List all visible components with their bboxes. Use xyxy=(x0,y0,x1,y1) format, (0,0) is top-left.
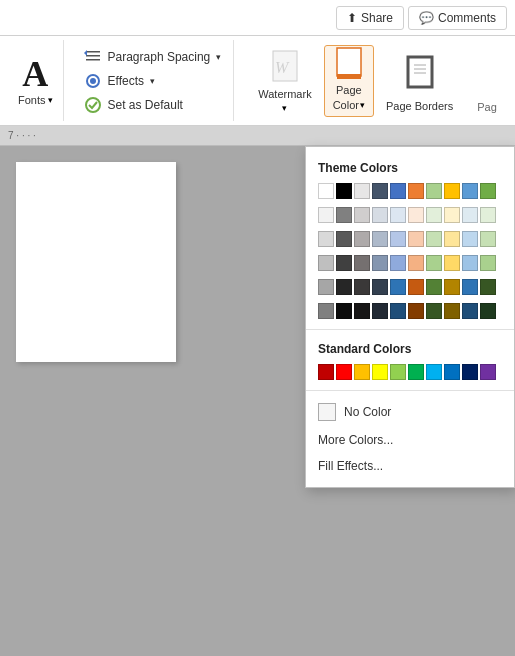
comments-button[interactable]: 💬 Comments xyxy=(408,6,507,30)
effects-chevron: ▾ xyxy=(150,76,155,86)
theme-color-cell[interactable] xyxy=(372,279,388,295)
standard-color-cell[interactable] xyxy=(390,364,406,380)
theme-color-cell[interactable] xyxy=(372,231,388,247)
theme-color-cell[interactable] xyxy=(390,231,406,247)
share-button[interactable]: ⬆ Share xyxy=(336,6,404,30)
theme-color-cell[interactable] xyxy=(372,303,388,319)
standard-color-cell[interactable] xyxy=(462,364,478,380)
standard-color-cell[interactable] xyxy=(408,364,424,380)
set-as-default-item[interactable]: Set as Default xyxy=(80,95,226,115)
theme-color-cell[interactable] xyxy=(336,303,352,319)
theme-color-cell[interactable] xyxy=(318,303,334,319)
theme-color-cell[interactable] xyxy=(390,207,406,223)
svg-point-5 xyxy=(90,78,96,84)
theme-color-cell[interactable] xyxy=(426,279,442,295)
theme-color-cell[interactable] xyxy=(372,183,388,199)
page-borders-icon xyxy=(404,49,436,98)
no-color-swatch xyxy=(318,403,336,421)
theme-color-row xyxy=(306,227,514,251)
theme-color-cell[interactable] xyxy=(372,207,388,223)
theme-color-cell[interactable] xyxy=(462,255,478,271)
theme-color-cell[interactable] xyxy=(336,255,352,271)
color-picker-dropdown: Theme Colors Standard Colors No Color Mo… xyxy=(305,146,515,488)
theme-color-cell[interactable] xyxy=(426,183,442,199)
theme-color-cell[interactable] xyxy=(444,183,460,199)
theme-color-cell[interactable] xyxy=(354,183,370,199)
theme-color-cell[interactable] xyxy=(408,207,424,223)
theme-color-cell[interactable] xyxy=(480,279,496,295)
theme-color-cell[interactable] xyxy=(354,207,370,223)
theme-color-cell[interactable] xyxy=(444,255,460,271)
more-colors-link[interactable]: More Colors... xyxy=(306,427,514,453)
svg-marker-3 xyxy=(84,50,87,56)
theme-color-cell[interactable] xyxy=(336,183,352,199)
svg-rect-1 xyxy=(86,55,100,57)
theme-color-cell[interactable] xyxy=(426,255,442,271)
theme-color-cell[interactable] xyxy=(408,255,424,271)
theme-color-cell[interactable] xyxy=(336,279,352,295)
theme-color-cell[interactable] xyxy=(318,207,334,223)
theme-color-cell[interactable] xyxy=(462,279,478,295)
theme-color-cell[interactable] xyxy=(318,231,334,247)
theme-color-cell[interactable] xyxy=(444,231,460,247)
theme-color-cell[interactable] xyxy=(354,303,370,319)
theme-color-cell[interactable] xyxy=(354,231,370,247)
theme-color-cell[interactable] xyxy=(462,207,478,223)
theme-color-cell[interactable] xyxy=(318,255,334,271)
theme-color-cell[interactable] xyxy=(408,183,424,199)
ruler-text: 7 · · · · xyxy=(8,130,36,141)
theme-color-cell[interactable] xyxy=(354,255,370,271)
standard-color-cell[interactable] xyxy=(444,364,460,380)
theme-color-cell[interactable] xyxy=(426,231,442,247)
theme-color-cell[interactable] xyxy=(354,279,370,295)
page-color-button[interactable]: Page Color ▾ xyxy=(324,45,374,117)
theme-color-cell[interactable] xyxy=(480,231,496,247)
theme-color-rows xyxy=(306,203,514,323)
theme-color-cell[interactable] xyxy=(336,207,352,223)
theme-color-cell[interactable] xyxy=(444,303,460,319)
fonts-group: A Fonts ▾ xyxy=(8,40,64,121)
theme-color-cell[interactable] xyxy=(318,279,334,295)
theme-color-cell[interactable] xyxy=(372,255,388,271)
theme-color-cell[interactable] xyxy=(462,183,478,199)
theme-color-row xyxy=(306,251,514,275)
theme-color-cell[interactable] xyxy=(444,279,460,295)
theme-color-cell[interactable] xyxy=(390,183,406,199)
paragraph-spacing-label: Paragraph Spacing xyxy=(108,50,211,64)
theme-color-cell[interactable] xyxy=(444,207,460,223)
theme-color-cell[interactable] xyxy=(480,303,496,319)
theme-color-cell[interactable] xyxy=(390,255,406,271)
fill-effects-link[interactable]: Fill Effects... xyxy=(306,453,514,479)
paragraph-spacing-item[interactable]: Paragraph Spacing ▾ xyxy=(80,47,226,67)
theme-color-cell[interactable] xyxy=(426,303,442,319)
theme-color-cell[interactable] xyxy=(390,303,406,319)
theme-color-cell[interactable] xyxy=(408,279,424,295)
standard-color-cell[interactable] xyxy=(480,364,496,380)
theme-color-cell[interactable] xyxy=(336,231,352,247)
standard-color-cell[interactable] xyxy=(426,364,442,380)
page-borders-button[interactable]: Page Borders xyxy=(378,45,461,117)
set-as-default-icon xyxy=(84,96,102,114)
theme-color-cell[interactable] xyxy=(462,303,478,319)
no-color-option[interactable]: No Color xyxy=(306,397,514,427)
theme-color-cell[interactable] xyxy=(408,303,424,319)
page-color-icon xyxy=(333,46,365,82)
theme-color-cell[interactable] xyxy=(462,231,478,247)
ruler: 7 · · · · xyxy=(0,126,515,146)
watermark-button[interactable]: W Watermark ▾ xyxy=(250,45,319,117)
theme-color-cell[interactable] xyxy=(426,207,442,223)
fonts-dropdown[interactable]: Fonts ▾ xyxy=(18,94,53,106)
effects-label: Effects xyxy=(108,74,144,88)
standard-color-cell[interactable] xyxy=(318,364,334,380)
document-page xyxy=(16,162,176,362)
standard-color-cell[interactable] xyxy=(372,364,388,380)
theme-color-cell[interactable] xyxy=(480,183,496,199)
theme-color-cell[interactable] xyxy=(408,231,424,247)
theme-color-cell[interactable] xyxy=(318,183,334,199)
standard-color-cell[interactable] xyxy=(354,364,370,380)
theme-color-cell[interactable] xyxy=(390,279,406,295)
theme-color-cell[interactable] xyxy=(480,207,496,223)
effects-item[interactable]: Effects ▾ xyxy=(80,71,226,91)
theme-color-cell[interactable] xyxy=(480,255,496,271)
standard-color-cell[interactable] xyxy=(336,364,352,380)
